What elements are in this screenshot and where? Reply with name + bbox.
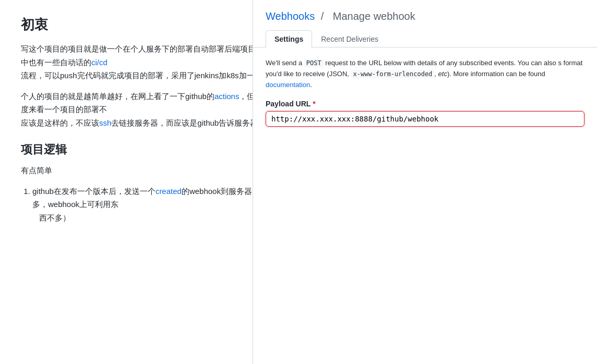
breadcrumb: Webhooks / Manage webhook — [266, 10, 584, 22]
actions-link[interactable]: actions — [214, 92, 240, 101]
payload-url-input[interactable] — [266, 111, 584, 127]
webhook-panel: Webhooks / Manage webhook Settings Recen… — [253, 0, 597, 364]
webhook-tabs: Settings Recent Deliveries — [266, 30, 584, 47]
tab-settings[interactable]: Settings — [266, 30, 312, 47]
payload-url-group: Payload URL * — [266, 100, 584, 127]
tab-recent-deliveries[interactable]: Recent Deliveries — [312, 30, 387, 47]
payload-url-label: Payload URL * — [266, 100, 584, 108]
webhooks-link[interactable]: Webhooks — [266, 10, 315, 22]
webhook-panel-header: Webhooks / Manage webhook Settings Recen… — [253, 0, 597, 47]
ssh-link[interactable]: ssh — [99, 118, 111, 127]
documentation-link[interactable]: documentation — [266, 81, 310, 89]
cicd-link[interactable]: ci/cd — [91, 58, 108, 67]
created-link[interactable]: created — [156, 187, 182, 196]
webhook-description: We'll send a POST request to the URL bel… — [266, 58, 584, 90]
required-indicator: * — [313, 100, 315, 108]
breadcrumb-current: Manage webhook — [333, 10, 415, 22]
breadcrumb-separator: / — [321, 10, 324, 22]
webhook-body: We'll send a POST request to the URL bel… — [253, 47, 597, 145]
